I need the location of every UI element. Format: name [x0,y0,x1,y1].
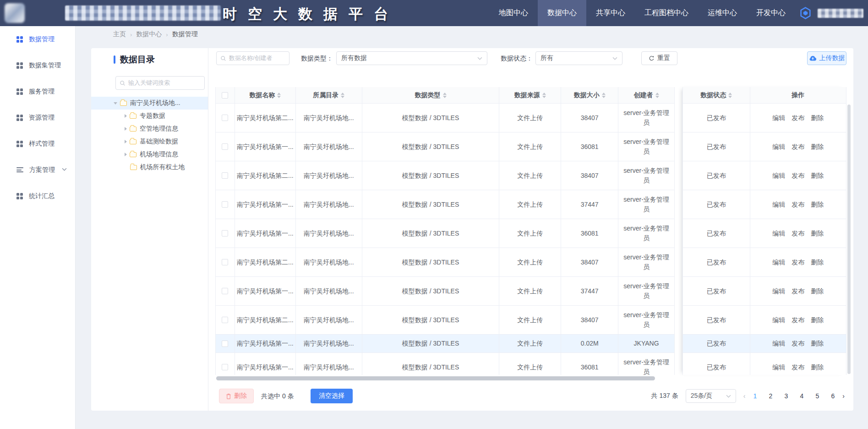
tree-node-root[interactable]: 南宁吴圩机场地... [91,97,208,110]
column-header[interactable] [216,87,235,103]
nav-item-数据中心[interactable]: 数据中心 [538,0,586,26]
row-checkbox[interactable] [222,143,228,150]
column-header[interactable]: 创建者 [618,87,675,103]
column-header[interactable]: 数据名称 [235,87,296,103]
sort-icon[interactable] [728,93,732,98]
action-link-删除[interactable]: 删除 [811,113,824,123]
action-link-发布[interactable]: 发布 [792,142,804,152]
tree-node[interactable]: 基础测绘数据 [91,135,208,148]
sort-icon[interactable] [542,93,546,98]
upload-data-button[interactable]: 上传数据 [807,51,846,65]
sidebar-item-样式管理[interactable]: 样式管理 [0,131,75,157]
action-link-编辑[interactable]: 编辑 [772,339,785,348]
action-link-发布[interactable]: 发布 [792,258,804,267]
sidebar-item-数据管理[interactable]: 数据管理 [0,26,75,52]
clear-selection-button[interactable]: 清空选择 [311,389,353,403]
action-link-编辑[interactable]: 编辑 [772,315,785,325]
nav-item-地图中心[interactable]: 地图中心 [489,0,538,26]
sort-icon[interactable] [341,93,344,98]
action-link-删除[interactable]: 删除 [811,363,824,372]
action-link-编辑[interactable]: 编辑 [772,229,785,238]
row-checkbox[interactable] [222,364,228,370]
sort-icon[interactable] [277,93,281,98]
action-link-编辑[interactable]: 编辑 [772,363,785,372]
row-checkbox[interactable] [222,201,228,208]
row-checkbox[interactable] [222,288,228,294]
caret-right-icon[interactable] [125,127,127,131]
page-number-4[interactable]: 4 [795,390,808,402]
page-number-3[interactable]: 3 [780,390,792,402]
page-number-6[interactable]: 6 [826,390,839,402]
prev-page-button[interactable]: ‹ [743,392,746,400]
delete-selected-button[interactable]: 删除 [219,389,254,403]
sidebar-item-服务管理[interactable]: 服务管理 [0,78,75,104]
action-link-编辑[interactable]: 编辑 [772,113,785,123]
action-link-编辑[interactable]: 编辑 [772,171,785,181]
caret-down-icon[interactable] [114,102,117,104]
row-checkbox[interactable] [222,317,228,323]
tree-node[interactable]: 专题数据 [91,110,208,122]
action-link-删除[interactable]: 删除 [811,142,824,152]
action-link-删除[interactable]: 删除 [811,229,824,238]
row-checkbox[interactable] [222,230,228,236]
sort-icon[interactable] [655,93,659,98]
action-link-删除[interactable]: 删除 [811,200,824,209]
nav-item-工程图档中心[interactable]: 工程图档中心 [635,0,698,26]
breadcrumb-item[interactable]: 主页 [113,30,126,38]
tree-search-input[interactable]: 输入关键词搜索 [115,76,205,90]
action-link-删除[interactable]: 删除 [811,171,824,181]
action-link-发布[interactable]: 发布 [792,171,804,181]
tree-node[interactable]: 机场地理信息 [91,148,208,161]
row-checkbox[interactable] [222,115,228,121]
action-link-编辑[interactable]: 编辑 [772,200,785,209]
reset-button[interactable]: 重置 [641,51,677,65]
breadcrumb-item[interactable]: 数据中心 [136,30,162,38]
column-header[interactable]: 数据大小 [561,87,618,103]
nav-item-运维中心[interactable]: 运维中心 [698,0,747,26]
tree-node[interactable]: 空管地理信息 [91,122,208,135]
sidebar-item-统计汇总[interactable]: 统计汇总 [0,183,75,209]
vertical-scrollbar[interactable] [847,104,851,374]
caret-right-icon[interactable] [125,153,127,156]
caret-right-icon[interactable] [125,140,127,143]
page-number-2[interactable]: 2 [764,390,777,402]
caret-right-icon[interactable] [125,114,127,118]
column-header[interactable]: 所属目录 [296,87,362,103]
data-type-select[interactable]: 所有数据 [336,51,487,65]
action-link-删除[interactable]: 删除 [811,339,824,348]
action-link-发布[interactable]: 发布 [792,229,804,238]
action-link-发布[interactable]: 发布 [792,315,804,325]
sort-icon[interactable] [602,93,606,98]
tree-node[interactable]: 机场所有权土地 [91,161,208,174]
action-link-发布[interactable]: 发布 [792,200,804,209]
page-number-1[interactable]: 1 [748,390,761,402]
action-link-编辑[interactable]: 编辑 [772,142,785,152]
row-checkbox[interactable] [222,341,228,347]
action-link-删除[interactable]: 删除 [811,286,824,296]
sidebar-item-方案管理[interactable]: 方案管理 [0,157,75,183]
action-link-发布[interactable]: 发布 [792,339,804,348]
action-link-发布[interactable]: 发布 [792,113,804,123]
nav-item-开发中心[interactable]: 开发中心 [747,0,795,26]
nav-item-共享中心[interactable]: 共享中心 [586,0,635,26]
column-header[interactable]: 数据来源 [499,87,561,103]
action-link-删除[interactable]: 删除 [811,315,824,325]
action-link-发布[interactable]: 发布 [792,363,804,372]
redacted-username[interactable] [818,9,863,18]
next-page-button[interactable]: › [842,392,845,400]
breadcrumb-item[interactable]: 数据管理 [172,30,198,38]
sort-icon[interactable] [443,93,447,98]
data-status-select[interactable]: 所有 [535,51,622,65]
action-link-编辑[interactable]: 编辑 [772,258,785,267]
action-link-删除[interactable]: 删除 [811,258,824,267]
page-number-5[interactable]: 5 [811,390,824,402]
action-link-编辑[interactable]: 编辑 [772,286,785,296]
horizontal-scrollbar[interactable] [216,376,655,380]
row-checkbox[interactable] [222,172,228,179]
action-link-发布[interactable]: 发布 [792,286,804,296]
column-header[interactable]: 数据类型 [362,87,500,103]
table-search-input[interactable]: 数据名称/创建者 [216,51,289,65]
select-all-checkbox[interactable] [222,92,228,99]
sidebar-item-数据集管理[interactable]: 数据集管理 [0,52,75,78]
page-size-select[interactable]: 25条/页 [686,389,736,403]
